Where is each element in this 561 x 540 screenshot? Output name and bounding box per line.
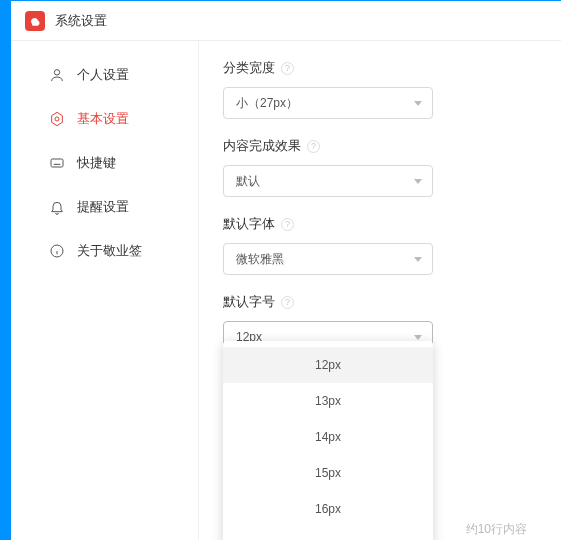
- help-icon[interactable]: ?: [281, 218, 294, 231]
- user-icon: [49, 67, 65, 83]
- field-label: 分类宽度 ?: [223, 59, 533, 77]
- caret-down-icon: [414, 335, 422, 340]
- select-value: 小（27px）: [236, 95, 298, 112]
- category-width-select[interactable]: 小（27px）: [223, 87, 433, 119]
- sidebar-item-personal[interactable]: 个人设置: [11, 53, 198, 97]
- caret-down-icon: [414, 257, 422, 262]
- sidebar-item-basic[interactable]: 基本设置: [11, 97, 198, 141]
- dropdown-option[interactable]: 12px: [223, 347, 433, 383]
- dropdown-option[interactable]: 15px: [223, 455, 433, 491]
- titlebar: 系统设置: [11, 1, 561, 41]
- label-text: 内容完成效果: [223, 137, 301, 155]
- dropdown-option[interactable]: 17px: [223, 527, 433, 540]
- window-body: 个人设置 基本设置 快捷键 提醒设置: [11, 41, 561, 540]
- field-default-font: 默认字体 ? 微软雅黑: [223, 215, 533, 275]
- sidebar-item-reminders[interactable]: 提醒设置: [11, 185, 198, 229]
- sidebar-item-about[interactable]: 关于敬业签: [11, 229, 198, 273]
- app-logo-icon: [25, 11, 45, 31]
- hint-text: 约10行内容: [466, 521, 527, 538]
- window-title: 系统设置: [55, 12, 107, 30]
- caret-down-icon: [414, 101, 422, 106]
- content-panel: 分类宽度 ? 小（27px） 内容完成效果 ? 默认: [199, 41, 561, 540]
- svg-point-0: [54, 70, 59, 75]
- label-text: 默认字体: [223, 215, 275, 233]
- help-icon[interactable]: ?: [307, 140, 320, 153]
- dropdown-option[interactable]: 16px: [223, 491, 433, 527]
- settings-window: 系统设置 个人设置 基本设置 快捷键: [11, 1, 561, 540]
- completion-effect-select[interactable]: 默认: [223, 165, 433, 197]
- select-value: 微软雅黑: [236, 251, 284, 268]
- field-label: 内容完成效果 ?: [223, 137, 533, 155]
- label-text: 分类宽度: [223, 59, 275, 77]
- default-size-dropdown[interactable]: 12px13px14px15px16px17px18px: [223, 341, 433, 540]
- dropdown-option[interactable]: 13px: [223, 383, 433, 419]
- svg-rect-2: [51, 159, 63, 167]
- sidebar-item-label: 个人设置: [77, 66, 129, 84]
- field-default-size: 默认字号 ? 12px 12px13px14px15px16px17px18px: [223, 293, 533, 353]
- help-icon[interactable]: ?: [281, 62, 294, 75]
- sidebar-item-shortcuts[interactable]: 快捷键: [11, 141, 198, 185]
- gear-hex-icon: [49, 111, 65, 127]
- select-value: 默认: [236, 173, 260, 190]
- sidebar-item-label: 关于敬业签: [77, 242, 142, 260]
- dropdown-option[interactable]: 14px: [223, 419, 433, 455]
- caret-down-icon: [414, 179, 422, 184]
- info-icon: [49, 243, 65, 259]
- sidebar-item-label: 提醒设置: [77, 198, 129, 216]
- sidebar-item-label: 基本设置: [77, 110, 129, 128]
- default-font-select[interactable]: 微软雅黑: [223, 243, 433, 275]
- sidebar: 个人设置 基本设置 快捷键 提醒设置: [11, 41, 199, 540]
- bell-icon: [49, 199, 65, 215]
- sidebar-item-label: 快捷键: [77, 154, 116, 172]
- help-icon[interactable]: ?: [281, 296, 294, 309]
- label-text: 默认字号: [223, 293, 275, 311]
- field-label: 默认字体 ?: [223, 215, 533, 233]
- svg-point-1: [55, 117, 59, 121]
- field-completion-effect: 内容完成效果 ? 默认: [223, 137, 533, 197]
- field-category-width: 分类宽度 ? 小（27px）: [223, 59, 533, 119]
- field-label: 默认字号 ?: [223, 293, 533, 311]
- keyboard-icon: [49, 155, 65, 171]
